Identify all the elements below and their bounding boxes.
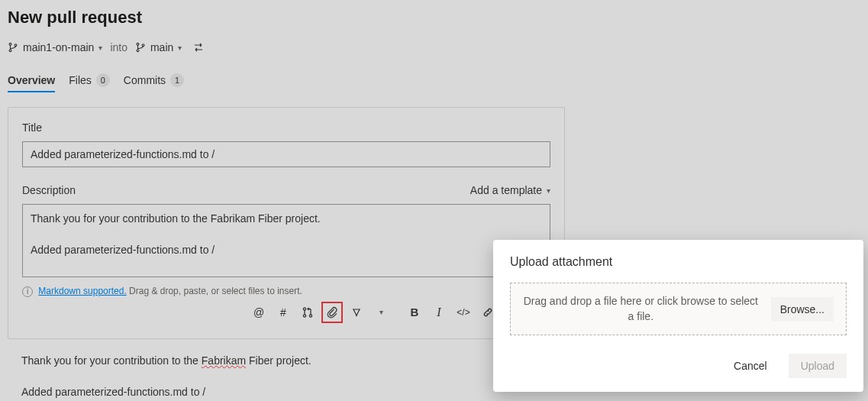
chevron-down-icon: ▾ — [547, 186, 550, 195]
mention-button[interactable]: @ — [248, 302, 269, 323]
upload-button[interactable]: Upload — [789, 354, 847, 378]
svg-point-8 — [309, 314, 311, 316]
pr-link-button[interactable] — [297, 302, 318, 323]
tab-commits[interactable]: Commits 1 — [124, 69, 184, 92]
svg-point-3 — [137, 43, 139, 45]
bold-button[interactable]: B — [404, 302, 425, 323]
info-icon: i — [22, 286, 33, 297]
source-branch-picker[interactable]: main1-on-main ▾ — [8, 41, 102, 53]
tab-overview-label: Overview — [8, 74, 55, 86]
branch-icon — [135, 42, 146, 53]
tab-commits-count: 1 — [170, 73, 184, 87]
work-item-button[interactable]: # — [273, 302, 294, 323]
description-preview: Thank you for your contribution to the F… — [8, 339, 565, 400]
tab-overview[interactable]: Overview — [8, 70, 55, 91]
upload-attachment-dialog: Upload attachment Drag and drop a file h… — [493, 240, 863, 392]
browse-button[interactable]: Browse... — [771, 297, 834, 322]
add-template-label: Add a template — [470, 184, 542, 196]
dialog-title: Upload attachment — [510, 255, 847, 269]
pr-form-card: Title Description Add a template ▾ i Mar… — [8, 107, 565, 339]
clear-format-button[interactable] — [346, 302, 367, 323]
tab-commits-label: Commits — [124, 74, 166, 86]
preview-line-1: Thank you for your contribution to the F… — [21, 353, 551, 369]
italic-button[interactable]: I — [428, 302, 450, 323]
pr-tabs: Overview Files 0 Commits 1 — [8, 63, 860, 92]
attach-file-button[interactable] — [321, 302, 343, 323]
cancel-button[interactable]: Cancel — [721, 354, 779, 378]
add-template-button[interactable]: Add a template ▾ — [470, 184, 550, 196]
chevron-down-icon: ▾ — [98, 44, 102, 52]
preview-line-2: Added parameterized-functions.md to / — [21, 384, 551, 400]
branch-icon — [8, 42, 18, 53]
format-dropdown[interactable]: ▾ — [370, 302, 392, 323]
source-branch-name: main1-on-main — [23, 41, 94, 53]
title-label: Title — [22, 121, 550, 134]
svg-point-6 — [303, 307, 305, 309]
svg-point-0 — [9, 43, 11, 45]
pr-icon — [302, 306, 314, 319]
tab-files-count: 0 — [96, 73, 110, 87]
page-title: New pull request — [8, 8, 860, 27]
tab-files[interactable]: Files 0 — [69, 69, 110, 92]
svg-point-7 — [303, 314, 305, 316]
eraser-icon — [350, 306, 363, 319]
branch-compare-bar: main1-on-main ▾ into main ▾ — [8, 38, 860, 57]
description-textarea[interactable] — [22, 204, 550, 277]
swap-branches-button[interactable] — [189, 38, 208, 57]
title-input[interactable] — [22, 141, 550, 167]
svg-point-4 — [137, 50, 139, 52]
svg-point-1 — [9, 50, 11, 52]
code-button[interactable]: </> — [453, 302, 474, 323]
link-icon — [482, 306, 494, 319]
dialog-actions: Cancel Upload — [510, 354, 847, 378]
markdown-supported-link[interactable]: Markdown supported. — [38, 286, 126, 296]
editor-toolbar: @ # ▾ B I </ — [22, 302, 550, 323]
svg-point-5 — [142, 44, 144, 47]
dropzone-text: Drag and drop a file here or click brows… — [523, 294, 759, 324]
into-label: into — [110, 41, 127, 53]
tab-files-label: Files — [69, 74, 92, 86]
markdown-hint: i Markdown supported. Drag & drop, paste… — [22, 286, 302, 297]
chevron-down-icon: ▾ — [178, 44, 182, 52]
file-dropzone[interactable]: Drag and drop a file here or click brows… — [510, 283, 847, 335]
swap-icon — [192, 41, 205, 53]
description-label: Description — [22, 184, 76, 196]
markdown-hint-text: Drag & drop, paste, or select files to i… — [127, 286, 302, 296]
chevron-down-icon: ▾ — [379, 308, 383, 316]
target-branch-picker[interactable]: main ▾ — [135, 41, 182, 53]
svg-point-2 — [15, 44, 17, 47]
paperclip-icon — [326, 306, 338, 319]
target-branch-name: main — [150, 41, 173, 53]
